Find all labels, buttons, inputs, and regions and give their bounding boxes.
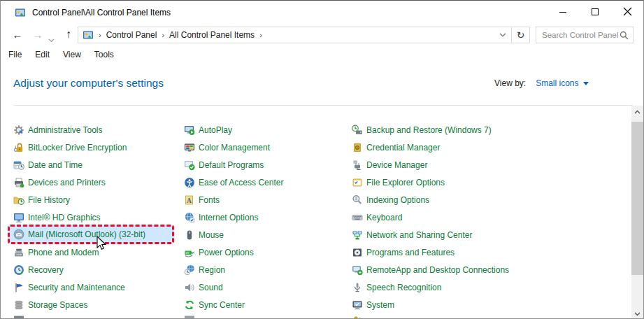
forward-button[interactable]: → xyxy=(30,29,45,40)
minimize-button[interactable] xyxy=(547,1,579,24)
items-column-3: Backup and Restore (Windows 7)Credential… xyxy=(349,106,580,319)
taskbar-icon xyxy=(13,316,24,319)
administrative-tools-icon xyxy=(13,125,24,136)
control-panel-window: Control Panel\All Control Panel Items ← … xyxy=(0,0,644,319)
search-icon[interactable] xyxy=(620,31,629,40)
item-storage-spaces[interactable]: Storage Spaces xyxy=(10,296,177,313)
menu-tools[interactable]: Tools xyxy=(94,50,114,59)
item-label: Color Management xyxy=(199,143,270,153)
item-keyboard[interactable]: Keyboard xyxy=(349,208,580,226)
search-box[interactable] xyxy=(536,27,634,43)
sound-icon xyxy=(184,282,195,293)
navigation-bar: ← → ↑ › Control Panel › All Control Pane… xyxy=(1,24,643,45)
items-column-2: AutoPlayColor ManagementDefault Programs… xyxy=(181,106,348,319)
item-file-history[interactable]: File History xyxy=(10,191,177,208)
maximize-button[interactable] xyxy=(579,1,611,24)
item-sound[interactable]: Sound xyxy=(181,278,348,296)
item-partial[interactable] xyxy=(181,316,348,319)
scroll-down-button[interactable] xyxy=(631,308,643,319)
item-security-and-maintenance[interactable]: Security and Maintenance xyxy=(10,278,177,296)
item-sync-center[interactable]: Sync Center xyxy=(181,296,348,313)
user-accounts-icon xyxy=(352,316,363,319)
item-label: Internet Options xyxy=(199,213,258,222)
device-manager-icon xyxy=(352,160,363,171)
item-network-and-sharing-center[interactable]: Network and Sharing Center xyxy=(349,226,580,243)
item-backup-and-restore-windows-7[interactable]: Backup and Restore (Windows 7) xyxy=(349,121,580,139)
item-power-options[interactable]: Power Options xyxy=(181,243,348,261)
item-programs-and-features[interactable]: Programs and Features xyxy=(349,243,580,261)
item-label: Indexing Options xyxy=(366,195,429,205)
item-label: Administrative Tools xyxy=(28,125,103,135)
view-by-dropdown[interactable]: Small icons xyxy=(536,78,588,88)
item-remoteapp-and-desktop-connections[interactable]: RemoteApp and Desktop Connections xyxy=(349,261,580,278)
item-bitlocker-drive-encryption[interactable]: BitLocker Drive Encryption xyxy=(10,139,177,156)
item-label: Devices and Printers xyxy=(28,178,106,187)
svg-text:A: A xyxy=(187,197,192,204)
breadcrumb-all-items[interactable]: All Control Panel Items xyxy=(169,30,255,40)
menu-edit[interactable]: Edit xyxy=(35,50,50,59)
vertical-scrollbar[interactable] xyxy=(631,106,643,319)
refresh-button[interactable]: ↻ xyxy=(511,27,530,43)
menu-file[interactable]: File xyxy=(8,50,22,59)
item-indexing-options[interactable]: Indexing Options xyxy=(349,191,580,208)
scroll-up-button[interactable] xyxy=(631,106,643,118)
item-label: Date and Time xyxy=(28,160,83,170)
item-credential-manager[interactable]: Credential Manager xyxy=(349,139,580,156)
scrollbar-thumb[interactable] xyxy=(631,122,643,275)
back-button[interactable]: ← xyxy=(10,29,25,40)
breadcrumb-control-panel[interactable]: Control Panel xyxy=(106,30,157,40)
region-icon xyxy=(184,264,195,276)
credential-manager-icon xyxy=(352,142,363,153)
item-fonts[interactable]: AFonts xyxy=(181,191,348,208)
address-bar[interactable]: › Control Panel › All Control Panel Item… xyxy=(78,27,512,43)
item-color-management[interactable]: Color Management xyxy=(181,139,348,156)
item-internet-options[interactable]: Internet Options xyxy=(181,208,348,226)
item-phone-and-modem[interactable]: Phone and Modem xyxy=(10,243,177,261)
indexing-options-icon xyxy=(352,194,363,206)
item-label: Fonts xyxy=(199,195,220,205)
item-administrative-tools[interactable]: Administrative Tools xyxy=(10,121,177,139)
item-partial[interactable] xyxy=(349,316,580,319)
item-mouse[interactable]: Mouse xyxy=(181,226,348,243)
item-speech-recognition[interactable]: Speech Recognition xyxy=(349,278,580,296)
breadcrumb-separator-icon: › xyxy=(94,31,106,39)
item-label: Speech Recognition xyxy=(366,283,441,292)
close-icon xyxy=(623,6,632,19)
item-partial[interactable] xyxy=(10,316,177,319)
item-recovery[interactable]: Recovery xyxy=(10,261,177,278)
item-label: Region xyxy=(199,265,225,275)
close-button[interactable] xyxy=(611,1,643,24)
item-system[interactable]: System xyxy=(349,296,580,313)
item-region[interactable]: Region xyxy=(181,261,348,278)
item-devices-and-printers[interactable]: Devices and Printers xyxy=(10,173,177,191)
item-ease-of-access-center[interactable]: Ease of Access Center xyxy=(181,173,348,191)
item-file-explorer-options[interactable]: File Explorer Options xyxy=(349,173,580,191)
item-intel-hd-graphics[interactable]: Intel® HD Graphics xyxy=(10,208,177,226)
up-button[interactable]: ↑ xyxy=(61,29,76,40)
speech-recognition-icon xyxy=(352,282,363,293)
item-device-manager[interactable]: Device Manager xyxy=(349,156,580,173)
item-label: Recovery xyxy=(28,265,64,275)
menu-view[interactable]: View xyxy=(63,50,81,59)
search-input[interactable] xyxy=(542,31,620,39)
item-label: Programs and Features xyxy=(366,248,455,257)
system-icon xyxy=(352,299,363,311)
item-label: Security and Maintenance xyxy=(28,283,125,292)
item-mail-microsoft-outlook-32-bit[interactable]: Mail (Microsoft Outlook) (32-bit) xyxy=(8,225,174,244)
item-label: Phone and Modem xyxy=(28,248,99,257)
title-bar[interactable]: Control Panel\All Control Panel Items xyxy=(1,1,643,24)
item-autoplay[interactable]: AutoPlay xyxy=(181,121,348,139)
page-title: Adjust your computer's settings xyxy=(13,77,164,90)
address-location-icon xyxy=(83,29,94,41)
items-column-1: Administrative ToolsBitLocker Drive Encr… xyxy=(10,106,177,319)
history-dropdown-icon[interactable] xyxy=(48,33,55,45)
item-label: Device Manager xyxy=(366,160,427,170)
item-label: Default Programs xyxy=(199,160,264,170)
file-explorer-options-icon xyxy=(352,177,363,188)
address-dropdown-icon[interactable] xyxy=(499,33,508,37)
item-default-programs[interactable]: Default Programs xyxy=(181,156,348,173)
phone-modem-icon xyxy=(13,247,24,258)
item-label: RemoteApp and Desktop Connections xyxy=(366,265,509,275)
item-date-and-time[interactable]: Date and Time xyxy=(10,156,177,173)
ease-of-access-icon xyxy=(184,177,195,188)
